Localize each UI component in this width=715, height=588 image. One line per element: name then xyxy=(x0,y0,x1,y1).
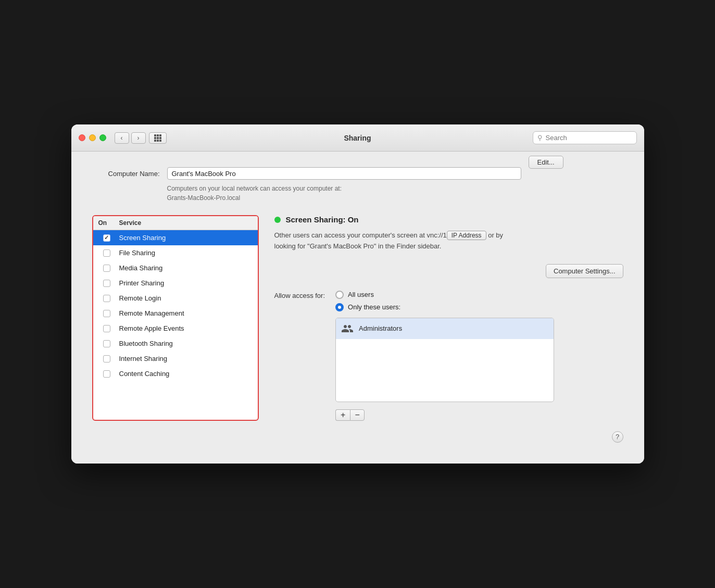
all-users-radio-row[interactable]: All users xyxy=(335,291,554,299)
all-users-label: All users xyxy=(348,291,374,298)
nav-buttons: ‹ › xyxy=(115,132,146,144)
close-button[interactable] xyxy=(79,134,85,141)
service-checkbox-file-sharing[interactable] xyxy=(103,249,110,257)
only-these-users-radio-row[interactable]: Only these users: xyxy=(335,303,554,311)
service-item-file-sharing[interactable]: File Sharing xyxy=(93,245,258,260)
checkbox-cell xyxy=(98,265,115,272)
administrators-item[interactable]: Administrators xyxy=(336,318,554,339)
search-icon: ⚲ xyxy=(537,134,543,142)
services-list-container: On Service ✓ Screen Sharing File Sharing xyxy=(92,215,259,420)
right-panel: Screen Sharing: On Other users can acces… xyxy=(259,215,623,420)
service-item-remote-management[interactable]: Remote Management xyxy=(93,306,258,321)
local-network-text: Computers on your local network can acce… xyxy=(167,184,623,203)
service-item-content-caching[interactable]: Content Caching xyxy=(93,366,258,381)
service-name-bluetooth-sharing: Bluetooth Sharing xyxy=(119,340,173,347)
screen-sharing-title-row: Screen Sharing: On xyxy=(274,215,623,224)
screen-sharing-desc-block: Other users can access your computer's s… xyxy=(274,230,623,251)
checkbox-cell xyxy=(98,370,115,378)
user-group-icon xyxy=(341,322,354,335)
services-header: On Service xyxy=(93,216,258,230)
service-checkbox-internet-sharing[interactable] xyxy=(103,355,110,362)
service-item-remote-login[interactable]: Remote Login xyxy=(93,291,258,306)
help-button[interactable]: ? xyxy=(612,431,623,443)
service-name-media-sharing: Media Sharing xyxy=(119,264,163,272)
only-these-users-label: Only these users: xyxy=(348,303,400,311)
service-name-screen-sharing: Screen Sharing xyxy=(119,234,166,242)
service-checkbox-printer-sharing[interactable] xyxy=(103,280,110,287)
forward-button[interactable]: › xyxy=(131,132,146,144)
grid-view-button[interactable] xyxy=(149,132,167,144)
service-name-file-sharing: File Sharing xyxy=(119,249,155,257)
edit-button[interactable]: Edit... xyxy=(529,156,563,169)
services-list: ✓ Screen Sharing File Sharing Media Shar… xyxy=(93,230,258,381)
computer-settings-button[interactable]: Computer Settings... xyxy=(546,264,623,278)
grid-icon xyxy=(154,134,161,142)
checkbox-cell xyxy=(98,355,115,362)
service-checkbox-screen-sharing[interactable]: ✓ xyxy=(103,234,110,242)
checkbox-cell: ✓ xyxy=(98,234,115,242)
status-dot xyxy=(274,217,281,223)
header-service: Service xyxy=(119,219,142,227)
service-checkbox-content-caching[interactable] xyxy=(103,370,110,378)
service-name-remote-apple-events: Remote Apple Events xyxy=(119,324,184,332)
remove-user-button[interactable]: − xyxy=(350,409,365,421)
content-area: Computer Name: Edit... Computers on your… xyxy=(71,152,644,463)
access-options: All users Only these users: Adminis xyxy=(335,291,554,421)
service-item-internet-sharing[interactable]: Internet Sharing xyxy=(93,351,258,366)
service-item-remote-apple-events[interactable]: Remote Apple Events xyxy=(93,321,258,336)
checkbox-cell xyxy=(98,325,115,332)
service-item-bluetooth-sharing[interactable]: Bluetooth Sharing xyxy=(93,336,258,351)
all-users-radio[interactable] xyxy=(335,291,344,299)
service-checkbox-remote-apple-events[interactable] xyxy=(103,325,110,332)
checkmark-icon: ✓ xyxy=(104,234,109,241)
screen-sharing-status: Screen Sharing: On xyxy=(286,215,359,224)
service-name-internet-sharing: Internet Sharing xyxy=(119,355,168,362)
computer-name-input[interactable] xyxy=(167,167,521,180)
service-checkbox-media-sharing[interactable] xyxy=(103,265,110,272)
users-list-empty-space xyxy=(336,339,554,402)
computer-name-row: Computer Name: Edit... xyxy=(92,167,623,180)
search-input[interactable] xyxy=(546,134,632,142)
service-name-printer-sharing: Printer Sharing xyxy=(119,279,165,287)
traffic-lights xyxy=(79,134,106,141)
minimize-button[interactable] xyxy=(89,134,96,141)
checkbox-cell xyxy=(98,249,115,257)
allow-access-label: Allow access for: xyxy=(274,291,325,299)
service-checkbox-bluetooth-sharing[interactable] xyxy=(103,340,110,347)
screen-sharing-desc: Other users can access your computer's s… xyxy=(274,230,623,251)
search-bar[interactable]: ⚲ xyxy=(533,131,637,144)
local-network-info: Computers on your local network can acce… xyxy=(167,184,623,203)
service-item-media-sharing[interactable]: Media Sharing xyxy=(93,260,258,276)
service-name-content-caching: Content Caching xyxy=(119,370,170,378)
computer-name-label: Computer Name: xyxy=(92,170,160,178)
service-item-printer-sharing[interactable]: Printer Sharing xyxy=(93,276,258,291)
service-item-screen-sharing[interactable]: ✓ Screen Sharing xyxy=(93,230,258,245)
service-name-remote-management: Remote Management xyxy=(119,309,184,317)
bottom-bar: ? xyxy=(92,421,623,448)
title-bar: ‹ › Sharing ⚲ xyxy=(71,124,644,152)
ip-address-button[interactable]: IP Address xyxy=(447,231,486,240)
back-button[interactable]: ‹ xyxy=(115,132,129,144)
main-window: ‹ › Sharing ⚲ Computer Name: Edit... Com… xyxy=(71,124,644,463)
only-these-users-radio[interactable] xyxy=(335,303,344,311)
header-on: On xyxy=(98,219,119,227)
service-name-remote-login: Remote Login xyxy=(119,294,161,302)
add-user-button[interactable]: + xyxy=(335,409,350,421)
checkbox-cell xyxy=(98,340,115,347)
access-row: Allow access for: All users Only these u… xyxy=(274,291,623,421)
service-checkbox-remote-login[interactable] xyxy=(103,295,110,302)
users-list: Administrators xyxy=(335,318,554,402)
service-checkbox-remote-management[interactable] xyxy=(103,310,110,317)
list-controls: + − xyxy=(335,409,554,421)
checkbox-cell xyxy=(98,295,115,302)
checkbox-cell xyxy=(98,280,115,287)
checkbox-cell xyxy=(98,310,115,317)
window-title: Sharing xyxy=(344,134,371,142)
main-panel: On Service ✓ Screen Sharing File Sharing xyxy=(92,215,623,420)
maximize-button[interactable] xyxy=(99,134,106,141)
administrators-name: Administrators xyxy=(359,324,402,332)
